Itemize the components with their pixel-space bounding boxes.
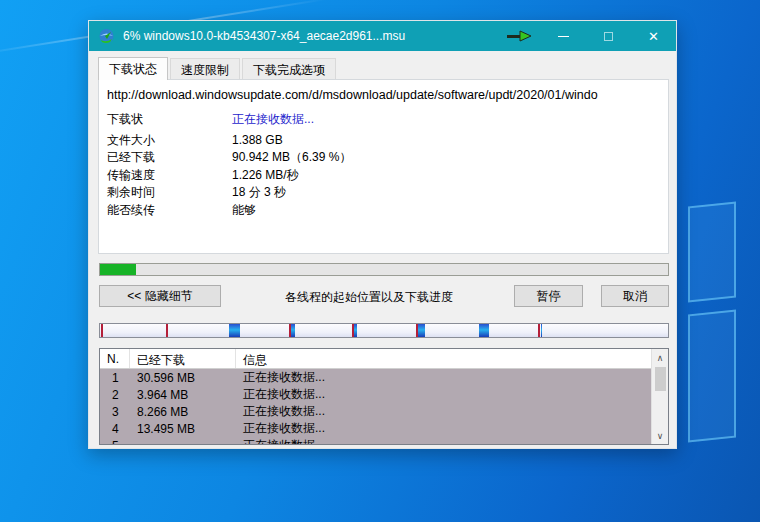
- detail-label: 下载状: [107, 111, 232, 128]
- tab-download-complete-options[interactable]: 下载完成选项: [242, 58, 336, 79]
- thread-number: 5: [100, 439, 130, 445]
- thread-info: 正在接收数据...: [236, 386, 651, 403]
- window-body: 下载状态速度限制下载完成选项 http://download.windowsup…: [89, 51, 676, 448]
- table-header-row: N.已经下载信息: [100, 349, 651, 369]
- detail-value: 1.226 MB/秒: [232, 167, 662, 184]
- scroll-up-icon[interactable]: ∧: [652, 349, 669, 366]
- maximize-button[interactable]: [586, 21, 631, 51]
- idm-logo-icon: [98, 28, 115, 45]
- threads-progress-map: [99, 323, 669, 338]
- threads-caption: 各线程的起始位置以及下载进度: [249, 289, 489, 306]
- detail-row: 剩余时间18 分 3 秒: [107, 184, 662, 202]
- detail-row: 下载状正在接收数据...: [107, 111, 662, 129]
- detail-value: 90.942 MB（6.39 %）: [232, 149, 662, 166]
- thread-number: 2: [100, 388, 130, 402]
- segment-downloaded-chunk: [354, 324, 357, 337]
- minimize-button[interactable]: [541, 21, 586, 51]
- table-scrollbar[interactable]: ∧ ∨: [651, 349, 668, 444]
- thread-row[interactable]: 413.495 MB正在接收数据...: [100, 420, 651, 437]
- download-status-panel: http://download.windowsupdate.com/d/msdo…: [98, 79, 669, 254]
- thread-info: 正在接收数据...: [236, 420, 651, 437]
- threads-table: N.已经下载信息 130.596 MB正在接收数据...23.964 MB正在接…: [99, 348, 669, 445]
- detail-label: 能否续传: [107, 202, 232, 219]
- detail-row: 已经下载90.942 MB（6.39 %）: [107, 149, 662, 167]
- detail-label: 传输速度: [107, 167, 232, 184]
- detail-value: 能够: [232, 202, 662, 219]
- download-details: 下载状正在接收数据...文件大小1.388 GB已经下载90.942 MB（6.…: [107, 111, 662, 219]
- thread-downloaded: 30.596 MB: [130, 371, 236, 385]
- segment-downloaded-chunk: [291, 324, 295, 337]
- segment-downloaded-chunk: [479, 324, 489, 337]
- detail-value: 正在接收数据...: [232, 111, 662, 128]
- detail-value: 1.388 GB: [232, 133, 662, 147]
- thread-downloaded: 3.964 MB: [130, 388, 236, 402]
- detail-label: 文件大小: [107, 132, 232, 149]
- detail-row: 能否续传能够: [107, 202, 662, 220]
- segment-downloaded-chunk: [418, 324, 425, 337]
- thread-number: 1: [100, 371, 130, 385]
- scroll-down-icon[interactable]: ∨: [652, 427, 669, 444]
- thread-info: 正在接收数据...: [236, 437, 651, 444]
- window-title: 6% windows10.0-kb4534307-x64_aecae2d961.…: [123, 29, 496, 43]
- cancel-button[interactable]: 取消: [601, 285, 669, 307]
- thread-row[interactable]: 5正在接收数据...: [100, 437, 651, 444]
- detail-row: 文件大小1.388 GB: [107, 132, 662, 150]
- minimize-icon: [558, 36, 569, 37]
- close-button[interactable]: ✕: [631, 21, 676, 51]
- segment-start-mark: [166, 324, 168, 337]
- thread-row[interactable]: 38.266 MB正在接收数据...: [100, 403, 651, 420]
- detail-value: 18 分 3 秒: [232, 184, 662, 201]
- detail-row: 传输速度1.226 MB/秒: [107, 167, 662, 185]
- detail-label: 剩余时间: [107, 184, 232, 201]
- wallpaper-logo-pane: [688, 201, 736, 302]
- column-header-1[interactable]: 已经下载: [130, 349, 236, 368]
- download-url: http://download.windowsupdate.com/d/msdo…: [107, 88, 664, 102]
- hide-details-button[interactable]: << 隐藏细节: [99, 285, 221, 307]
- overall-progress-fill: [100, 264, 136, 275]
- wallpaper-logo-pane: [688, 309, 736, 442]
- column-header-2[interactable]: 信息: [236, 349, 651, 368]
- thread-number: 3: [100, 405, 130, 419]
- thread-row[interactable]: 23.964 MB正在接收数据...: [100, 386, 651, 403]
- thread-number: 4: [100, 422, 130, 436]
- scrollbar-thumb[interactable]: [655, 367, 666, 391]
- table-body: 130.596 MB正在接收数据...23.964 MB正在接收数据...38.…: [100, 369, 651, 444]
- idm-arrow-icon: [496, 21, 541, 51]
- maximize-icon: [604, 32, 613, 41]
- title-bar[interactable]: 6% windows10.0-kb4534307-x64_aecae2d961.…: [89, 21, 676, 51]
- thread-row[interactable]: 130.596 MB正在接收数据...: [100, 369, 651, 386]
- column-header-0[interactable]: N.: [100, 349, 130, 368]
- thread-downloaded: 8.266 MB: [130, 405, 236, 419]
- pause-button[interactable]: 暂停: [514, 285, 583, 307]
- close-icon: ✕: [648, 30, 659, 43]
- overall-progress-bar: [99, 263, 669, 276]
- thread-info: 正在接收数据...: [236, 369, 651, 386]
- thread-info: 正在接收数据...: [236, 403, 651, 420]
- tab-download-status[interactable]: 下载状态: [98, 57, 168, 80]
- desktop: 6% windows10.0-kb4534307-x64_aecae2d961.…: [0, 0, 760, 522]
- tab-speed-limit[interactable]: 速度限制: [170, 58, 240, 79]
- idm-download-window: 6% windows10.0-kb4534307-x64_aecae2d961.…: [88, 20, 677, 449]
- tab-strip: 下载状态速度限制下载完成选项: [98, 58, 338, 80]
- segment-downloaded-chunk: [541, 324, 543, 337]
- segment-start-mark: [101, 324, 103, 337]
- detail-label: 已经下载: [107, 149, 232, 166]
- segment-downloaded-chunk: [229, 324, 240, 337]
- thread-downloaded: 13.495 MB: [130, 422, 236, 436]
